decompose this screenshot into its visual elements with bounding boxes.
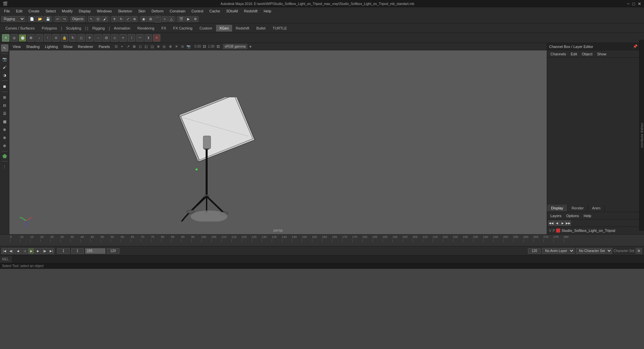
nav-prev-prev-button[interactable]: ◀◀ xyxy=(548,220,554,226)
ch-menu-channels[interactable]: Channels xyxy=(548,51,568,57)
menu-edit[interactable]: Edit xyxy=(13,8,25,14)
ch-menu-edit[interactable]: Edit xyxy=(569,51,579,57)
anim-layer-selector[interactable]: No Anim Layer xyxy=(542,248,575,254)
universal-manip-button[interactable]: ⊕ xyxy=(131,16,138,22)
paint-select-button[interactable]: 🖌 xyxy=(102,16,108,22)
grid2-btn[interactable]: ⊟ xyxy=(103,34,110,42)
render-view-button[interactable]: 🎬 xyxy=(177,16,185,22)
soft-select-button[interactable]: ◉ xyxy=(141,16,147,22)
play-back-button[interactable]: ◁ xyxy=(21,248,28,254)
undo-button[interactable]: ↩ xyxy=(55,16,61,22)
vp-menu-shading[interactable]: Shading xyxy=(24,44,42,49)
tab-turtle[interactable]: TURTLE xyxy=(269,25,290,32)
menu-select[interactable]: Select xyxy=(43,8,59,14)
arrow-down-btn[interactable]: ↓ xyxy=(36,34,43,42)
wave-btn[interactable]: 〰 xyxy=(136,34,144,42)
tab-rendering[interactable]: Rendering xyxy=(134,25,158,32)
menu-cache[interactable]: Cache xyxy=(207,8,223,14)
mel-input[interactable] xyxy=(11,257,644,261)
vp-icon-6[interactable]: ◱ xyxy=(144,44,149,49)
menu-control[interactable]: Control xyxy=(189,8,206,14)
menu-3dtoall[interactable]: 3DtoAll xyxy=(223,8,240,14)
tab-animation[interactable]: Animation xyxy=(111,25,134,32)
psm-help[interactable]: Help xyxy=(582,213,593,218)
snap-surface-button[interactable]: △ xyxy=(168,16,174,22)
vp-icon-10[interactable]: ⊗ xyxy=(168,44,173,49)
prev-frame-button[interactable]: ◀ xyxy=(15,248,21,254)
extra-btn[interactable]: ⊻ xyxy=(145,34,152,42)
lock-btn[interactable]: 🔒 xyxy=(61,34,68,42)
tab-curves-surfaces[interactable]: Curves / Surfaces xyxy=(2,25,38,32)
grid3-side[interactable]: ☰ xyxy=(1,110,8,117)
diamond-btn[interactable]: ◇ xyxy=(111,34,118,42)
go-start-button[interactable]: |◀ xyxy=(1,248,7,254)
circle-fill-btn[interactable]: ⬤ xyxy=(19,34,26,42)
panel-tab-display[interactable]: Display xyxy=(547,205,568,211)
menu-skeleton[interactable]: Skeleton xyxy=(115,8,135,14)
menu-create[interactable]: Create xyxy=(26,8,42,14)
square-side[interactable]: ◼ xyxy=(1,83,8,90)
go-end-button[interactable]: ▶| xyxy=(48,248,54,254)
vp-icon-8[interactable]: ⊕ xyxy=(156,44,161,49)
up-btn[interactable]: ↑ xyxy=(44,34,51,42)
frame-end-input[interactable] xyxy=(107,248,119,254)
tab-bullet[interactable]: Bullet xyxy=(253,25,269,32)
grid6-side[interactable]: ⊗ xyxy=(1,134,8,141)
vp-icon-11[interactable]: ✕ xyxy=(174,44,179,49)
nav-next-button[interactable]: ▶ xyxy=(560,220,565,226)
current-frame-input[interactable] xyxy=(71,248,84,254)
menu-windows[interactable]: Windows xyxy=(94,8,115,14)
end-range-input[interactable] xyxy=(528,248,541,254)
vp-menu-renderer[interactable]: Renderer xyxy=(76,44,95,49)
maximize-button[interactable]: □ xyxy=(632,1,635,6)
snap-grid-button[interactable]: ⊞ xyxy=(148,16,154,22)
vp-icon-5[interactable]: ◻ xyxy=(138,44,143,49)
vp-menu-show[interactable]: Show xyxy=(61,44,75,49)
save-scene-button[interactable]: 💾 xyxy=(44,16,52,22)
sculpt-side[interactable]: ◑ xyxy=(1,71,8,79)
select-icon-btn[interactable]: ✕ xyxy=(2,34,9,42)
camera-side[interactable]: 📷 xyxy=(1,55,8,63)
vp-menu-panels[interactable]: Panels xyxy=(97,44,112,49)
panel-tab-anim[interactable]: Anim xyxy=(588,205,605,211)
psm-layers[interactable]: Layers xyxy=(548,213,564,218)
render-settings-button[interactable]: ⚙ xyxy=(192,16,199,22)
maya-logo[interactable]: ⬟ xyxy=(2,153,7,159)
tab-polygons[interactable]: Polygons xyxy=(38,25,60,32)
menu-deform[interactable]: Deform xyxy=(149,8,166,14)
close-button[interactable]: ✕ xyxy=(638,1,641,6)
eye-icon-btn[interactable]: ◎ xyxy=(10,34,18,42)
lasso-select-button[interactable]: ⊡ xyxy=(95,16,101,22)
grid-side[interactable]: ⊞ xyxy=(1,94,8,101)
minimize-button[interactable]: − xyxy=(627,1,630,6)
psm-options[interactable]: Options xyxy=(564,213,581,218)
menu-skin[interactable]: Skin xyxy=(136,8,148,14)
grid2-side[interactable]: ⊟ xyxy=(1,102,8,109)
next-frame-button[interactable]: ▶ xyxy=(35,248,41,254)
vp-icon-1[interactable]: ⊡ xyxy=(113,44,119,49)
new-scene-button[interactable]: 📄 xyxy=(28,16,36,22)
menu-modify[interactable]: Modify xyxy=(59,8,75,14)
vp-icon-7[interactable]: ◲ xyxy=(150,44,155,49)
more-side[interactable]: ⋮ xyxy=(1,163,8,170)
vp-icon-3[interactable]: ↗ xyxy=(125,44,131,49)
viewport-canvas[interactable]: persp x y z xyxy=(9,50,547,234)
grid5-side[interactable]: ⊕ xyxy=(1,126,8,133)
snap-point-button[interactable]: ⊹ xyxy=(162,16,168,22)
select-tool-button[interactable]: ↖ xyxy=(88,16,94,22)
brush-btn[interactable]: ⌖ xyxy=(119,34,127,42)
tab-fx[interactable]: FX xyxy=(158,25,169,32)
move-tool-button[interactable]: ✛ xyxy=(111,16,117,22)
open-scene-button[interactable]: 📂 xyxy=(36,16,44,22)
vp-menu-view[interactable]: View xyxy=(11,44,23,49)
timeline-ruler[interactable]: 5101520253035404550556065707580859095100… xyxy=(0,235,644,246)
ch-menu-object[interactable]: Object xyxy=(580,51,594,57)
tab-redshift[interactable]: Redshift xyxy=(232,25,253,32)
ch-menu-show[interactable]: Show xyxy=(595,51,608,57)
cube-btn[interactable]: ◻ xyxy=(77,34,85,42)
nav-prev-button[interactable]: ◀ xyxy=(554,220,559,226)
tab-sculpting[interactable]: Sculpting xyxy=(63,25,85,32)
grid7-side[interactable]: ⊛ xyxy=(1,142,8,149)
menu-redshift[interactable]: Redshift xyxy=(241,8,260,14)
nav-next-next-button[interactable]: ▶▶ xyxy=(566,220,571,226)
